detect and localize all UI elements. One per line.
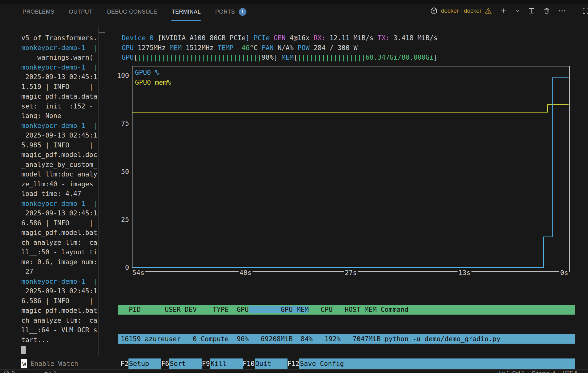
y-axis-tick: 0	[102, 263, 129, 273]
terminal-actions: docker - docker	[430, 7, 586, 15]
log-line: monkeyocr-demo-1 |	[21, 199, 99, 209]
tab-output[interactable]: OUTPUT	[69, 4, 93, 21]
nvtop-info-line: GPU[|||||||||||||||||||||||||||||||98%] …	[122, 53, 438, 62]
status-errors[interactable]: 0	[4, 370, 15, 373]
more-actions-ellipsis-icon[interactable]	[558, 7, 566, 15]
chevron-down-icon[interactable]	[515, 8, 520, 14]
fkey-action-kill[interactable]: Kill	[210, 358, 243, 369]
log-line: set:__init__:152 -	[21, 101, 99, 111]
tab-debug-console[interactable]: DEBUG CONSOLE	[107, 4, 158, 21]
fkey-label-f12: F12	[288, 358, 300, 369]
x-axis-tick: 0s	[559, 268, 569, 278]
x-axis-tick: 13s	[457, 268, 471, 278]
scrollbar-thumb[interactable]	[99, 32, 105, 33]
terminal-profile-selector[interactable]: docker - docker	[430, 7, 492, 15]
fkey-label-f10: F10	[243, 358, 255, 369]
log-line: load time: 4.47	[21, 189, 99, 199]
y-axis-tick: 25	[102, 215, 129, 225]
log-line: 2025-09-13 02:45:1	[21, 72, 99, 82]
log-line: model_llm:doc_analy	[21, 169, 99, 179]
panel-tab-bar: PROBLEMS OUTPUT DEBUG CONSOLE TERMINAL P…	[22, 4, 247, 21]
log-line: 2025-09-13 02:45:1	[21, 286, 99, 296]
log-line: 1.519 | INFO |	[21, 82, 99, 92]
log-line: 6.586 | INFO |	[21, 218, 99, 228]
status-forwarded-ports[interactable]: 1	[45, 370, 56, 373]
status-item[interactable]: Spaces: 4	[532, 370, 555, 373]
terminal-cursor	[21, 346, 26, 354]
process-table-row: 16159 azureuser 0 Compute 96% 69208MiB 8…	[118, 334, 575, 344]
y-axis-tick: 75	[102, 119, 129, 129]
watch-label: Enable Watch	[30, 359, 78, 369]
y-axis-tick: 50	[102, 167, 129, 177]
log-line: monkeyocr-demo-1 |	[21, 277, 99, 286]
watch-key: w	[21, 359, 27, 369]
fkey-label-f6: F6	[161, 358, 169, 369]
log-line: 2025-09-13 02:45:1	[21, 208, 99, 218]
log-line: ch_analyze_llm:__ca	[21, 316, 99, 325]
chart-series-1	[132, 104, 569, 112]
log-line: lang: None	[21, 111, 99, 121]
nvtop-function-keys: F2SetupF6SortF9KillF10QuitF12Save Config	[120, 358, 575, 369]
tab-ports[interactable]: PORTS 1	[215, 4, 247, 21]
log-line: 6.586 | INFO |	[21, 296, 99, 306]
process-table-header: PID USER DEV TYPE GPU GPU MEM CPU HOST M…	[118, 305, 575, 315]
broadcast-icon	[45, 370, 51, 373]
x-axis-tick: 40s	[238, 268, 252, 278]
maximize-panel-icon[interactable]	[582, 7, 588, 15]
new-terminal-plus-icon[interactable]	[500, 7, 507, 15]
log-line: 5.985 | INFO |	[21, 140, 99, 150]
nvtop-process-table: PID USER DEV TYPE GPU GPU MEM CPU HOST M…	[118, 285, 575, 363]
log-line: v5 of Transformers.	[21, 33, 99, 43]
panel-left-rail	[0, 4, 9, 369]
log-line: 2025-09-13 02:45:1	[21, 130, 99, 140]
fkey-action-quit[interactable]: Quit	[255, 358, 288, 369]
fkey-action-sort[interactable]: Sort	[169, 358, 202, 369]
legend-entry: GPU0 %	[135, 68, 159, 78]
error-count: 0	[12, 370, 15, 373]
terminal-profile-label: docker - docker	[441, 7, 481, 14]
log-line: monkeyocr-demo-1 |	[21, 62, 99, 72]
status-bar: 0 1 Ln 1, Col 1Spaces: 4UTF-8	[0, 369, 588, 373]
port-count: 1	[53, 370, 56, 373]
left-terminal-log[interactable]: v5 of Transformers.monkeyocr-demo-1 | wa…	[21, 33, 99, 354]
log-line: ll__:64 - VLM OCR s	[21, 325, 99, 335]
log-line: monkeyocr-demo-1 |	[21, 43, 99, 53]
warning-icon	[485, 7, 492, 15]
actions-divider	[574, 7, 574, 15]
log-line: tart...	[21, 335, 99, 345]
y-axis-tick: 100	[102, 71, 129, 81]
log-line: ch_analyze_llm:__ca	[21, 238, 99, 248]
log-line: me: 0.6, image num:	[21, 257, 99, 267]
log-line: magic_pdf.data.data	[21, 91, 99, 101]
log-line: ll__:50 - layout ti	[21, 247, 99, 257]
log-line: magic_pdf.model.bat	[21, 306, 99, 316]
vscode-bottom-panel: PROBLEMS OUTPUT DEBUG CONSOLE TERMINAL P…	[0, 0, 588, 373]
tab-problems[interactable]: PROBLEMS	[22, 4, 55, 21]
fkey-action-setup[interactable]: Setup	[128, 358, 161, 369]
fkey-label-f9: F9	[202, 358, 210, 369]
panel-top-border	[0, 0, 588, 4]
log-line: _analyze_by_custom_	[21, 160, 99, 170]
error-circle-icon	[4, 370, 9, 373]
split-terminal-icon[interactable]	[528, 7, 535, 15]
log-line: ze_llm:40 - images	[21, 179, 99, 189]
kill-terminal-trash-icon[interactable]	[543, 7, 550, 15]
nvtop-info-line: GPU 1275MHz MEM 1512MHz TEMP 46°C FAN N/…	[122, 43, 438, 53]
legend-entry: GPU0 mem%	[135, 78, 171, 87]
nvtop-info-line: Device 0 [NVIDIA A100 80GB PCIe] PCIe GE…	[122, 33, 438, 43]
log-line: magic_pdf.model.bat	[21, 228, 99, 238]
x-axis-tick: 54s	[132, 268, 145, 278]
compose-watch-hint[interactable]: w Enable Watch	[21, 358, 78, 369]
log-line: 27	[21, 267, 99, 277]
log-line: warnings.warn(	[21, 53, 99, 62]
log-line: monkeyocr-demo-1 |	[21, 121, 99, 131]
chart-series-0	[132, 78, 569, 268]
tab-terminal[interactable]: TERMINAL	[171, 4, 201, 21]
log-line: magic_pdf.model.doc	[21, 150, 99, 160]
status-item[interactable]: UTF-8	[563, 370, 578, 373]
gpu-utilization-chart: GPU0 %GPU0 mem%	[132, 66, 570, 272]
status-item[interactable]: Ln 1, Col 1	[499, 370, 524, 373]
fkey-action-save-config[interactable]: Save Config	[299, 358, 575, 369]
fkey-label-f2: F2	[120, 358, 128, 369]
x-axis-tick: 27s	[344, 268, 358, 278]
